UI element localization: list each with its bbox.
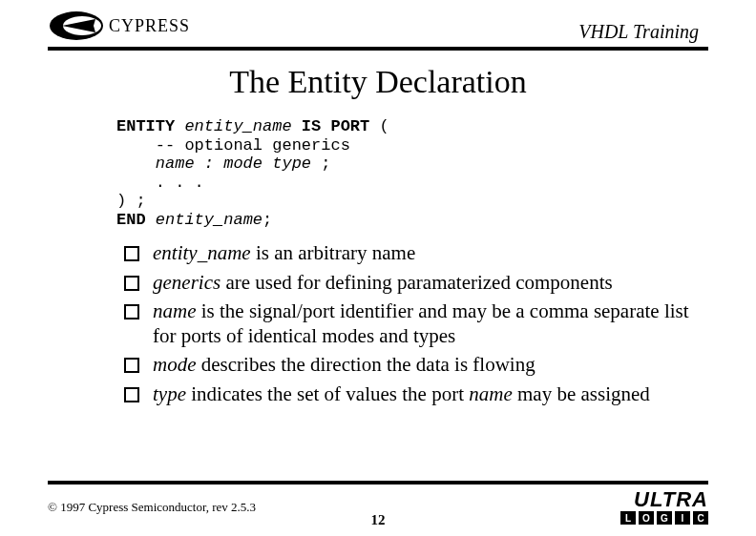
bullet-text: may be assigned <box>513 382 650 405</box>
cypress-logo-icon <box>48 10 105 43</box>
bullet-text: indicates the set of values the port <box>186 382 469 405</box>
ultra-box: G <box>657 511 672 525</box>
code-text: ( <box>369 117 388 135</box>
code-keyword: END <box>116 211 146 229</box>
list-item: entity_name is an arbitrary name <box>124 240 699 265</box>
code-text: ; <box>311 155 330 173</box>
list-item: mode describes the direction the data is… <box>124 352 699 377</box>
ultra-logo-text: ULTRA <box>634 490 708 509</box>
code-ident: name : mode type <box>116 155 311 173</box>
bullet-list: entity_name is an arbitrary name generic… <box>124 240 699 406</box>
header-divider <box>48 47 708 51</box>
code-keyword: ENTITY <box>116 117 175 135</box>
bullet-text: is the signal/port identifier and may be… <box>153 299 689 347</box>
cypress-logo: CYPRESS <box>48 10 190 43</box>
code-ident: entity_name <box>146 211 262 229</box>
bullet-text: describes the direction the data is flow… <box>197 353 536 376</box>
code-ident: entity_name <box>175 117 291 135</box>
bullet-term: entity_name <box>153 241 251 264</box>
ultra-box: L <box>620 511 636 525</box>
list-item: name is the signal/port identifier and m… <box>124 299 699 349</box>
code-text: ) ; <box>116 192 146 210</box>
bullet-term: type <box>153 382 186 405</box>
cypress-logo-text: CYPRESS <box>109 16 190 36</box>
code-block: ENTITY entity_name IS PORT ( -- optional… <box>116 117 756 229</box>
code-comment: -- optional generics <box>116 136 350 155</box>
bullet-term: name <box>469 382 513 405</box>
code-text: ; <box>262 211 272 229</box>
page-number: 12 <box>371 512 386 528</box>
header-title: VHDL Training <box>578 21 699 43</box>
list-item: generics are used for defining paramater… <box>124 270 699 295</box>
copyright-text: © 1997 Cypress Semiconductor, rev 2.5.3 <box>48 500 256 515</box>
slide-header: CYPRESS VHDL Training <box>0 0 756 43</box>
code-text: . . . <box>116 174 204 192</box>
footer-row: © 1997 Cypress Semiconductor, rev 2.5.3 … <box>48 490 708 525</box>
code-keyword: IS PORT <box>292 117 370 135</box>
bullet-text: is an arbitrary name <box>251 241 416 264</box>
bullet-term: generics <box>153 271 220 294</box>
ultra-logo: ULTRA L O G I C <box>620 490 708 525</box>
bullet-text: are used for defining paramaterized comp… <box>220 271 613 294</box>
ultra-box: C <box>693 511 708 525</box>
footer-divider <box>48 481 708 484</box>
ultra-logic-boxes: L O G I C <box>620 511 708 525</box>
slide-title: The Entity Declaration <box>0 64 756 100</box>
ultra-box: I <box>675 511 690 525</box>
list-item: type indicates the set of values the por… <box>124 381 699 406</box>
bullet-term: mode <box>153 353 197 376</box>
ultra-box: O <box>639 511 654 525</box>
bullet-term: name <box>153 299 197 322</box>
slide-footer: © 1997 Cypress Semiconductor, rev 2.5.3 … <box>48 481 708 525</box>
